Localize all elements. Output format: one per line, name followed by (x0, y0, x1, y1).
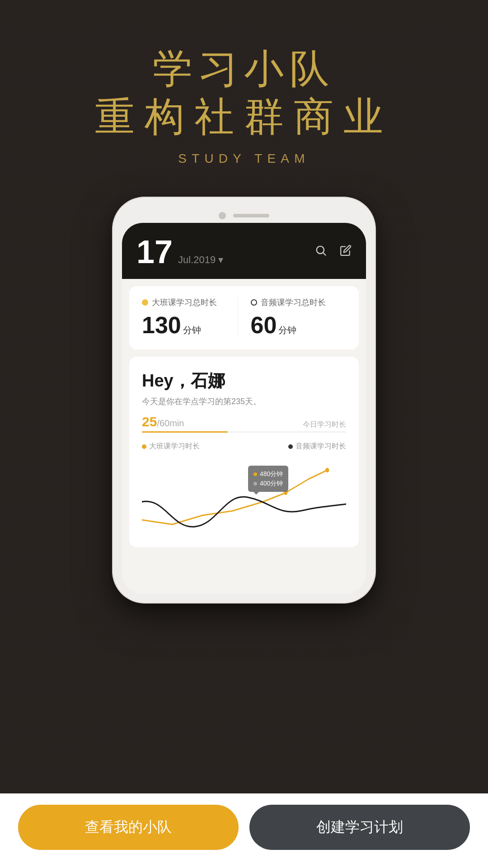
progress-bar-fill (142, 431, 228, 433)
chevron-down-icon[interactable]: ▾ (218, 254, 223, 266)
svg-point-0 (317, 246, 324, 253)
svg-line-1 (323, 253, 325, 255)
stat-item-audio: 音频课学习总时长 60分钟 (238, 297, 347, 337)
greeting-sub: 今天是你在学点学习的第235天。 (142, 396, 346, 407)
greeting-card: Hey，石娜 今天是你在学点学习的第235天。 25/60min 今日学习时长 (129, 357, 359, 547)
create-plan-button[interactable]: 创建学习计划 (249, 805, 470, 850)
app-header-left: 17 Jul.2019 ▾ (136, 236, 223, 268)
svg-point-2 (325, 468, 329, 472)
legend-dot-yellow (142, 444, 146, 449)
app-header-right (314, 244, 352, 260)
view-team-button[interactable]: 查看我的小队 (18, 805, 239, 850)
stat-dot-yellow (142, 299, 148, 306)
stat-label-big-class: 大班课学习总时长 (142, 297, 238, 308)
phone-mockup: 17 Jul.2019 ▾ (113, 198, 375, 603)
progress-bar-track (142, 431, 346, 433)
greeting-name: Hey，石娜 (142, 369, 346, 392)
progress-label: 今日学习时长 (303, 420, 346, 429)
date-month: Jul.2019 ▾ (178, 254, 223, 266)
legend-dot-dark (288, 444, 293, 449)
app-header: 17 Jul.2019 ▾ (122, 223, 366, 279)
stat-value-audio: 60分钟 (251, 313, 347, 337)
tooltip-dot-yellow (253, 472, 257, 476)
stat-label-audio: 音频课学习总时长 (251, 297, 347, 308)
edit-icon[interactable] (340, 245, 352, 259)
progress-row: 25/60min 今日学习时长 (142, 414, 346, 429)
page: 学习小队 重构社群商业 STUDY TEAM 17 Jul.2019 ▾ (0, 0, 488, 868)
date-number: 17 (136, 236, 173, 268)
stat-item-big-class: 大班课学习总时长 130分钟 (142, 297, 238, 337)
tooltip-line-2: 400分钟 (253, 479, 283, 488)
legend-item-yellow: 大班课学习时长 (142, 442, 200, 451)
legend-item-dark: 音频课学习时长 (288, 442, 346, 451)
chart-tooltip: 480分钟 400分钟 (248, 466, 288, 492)
chart-legend: 大班课学习时长 音频课学习时长 (142, 442, 346, 451)
header-section: 学习小队 重构社群商业 STUDY TEAM (95, 45, 393, 166)
progress-current-group: 25/60min (142, 414, 184, 429)
tooltip-dot-gray (253, 482, 257, 486)
title-line2: 重构社群商业 (95, 93, 393, 141)
phone-speaker (233, 214, 269, 217)
phone-frame: 17 Jul.2019 ▾ (113, 198, 375, 603)
tooltip-line-1: 480分钟 (253, 469, 283, 479)
phone-screen: 17 Jul.2019 ▾ (122, 223, 366, 594)
chart-area: 480分钟 400分钟 (142, 457, 346, 547)
stats-card: 大班课学习总时长 130分钟 音频课学习总时长 60分钟 (129, 286, 359, 349)
search-icon[interactable] (314, 244, 327, 260)
subtitle: STUDY TEAM (95, 151, 393, 166)
phone-camera (219, 212, 226, 219)
chart-svg (142, 457, 346, 547)
stat-dot-outline (251, 299, 257, 306)
stat-value-big-class: 130分钟 (142, 313, 238, 337)
bottom-bar: 查看我的小队 创建学习计划 (0, 793, 488, 868)
title-line1: 学习小队 (95, 45, 393, 93)
phone-top-bar (122, 207, 366, 223)
